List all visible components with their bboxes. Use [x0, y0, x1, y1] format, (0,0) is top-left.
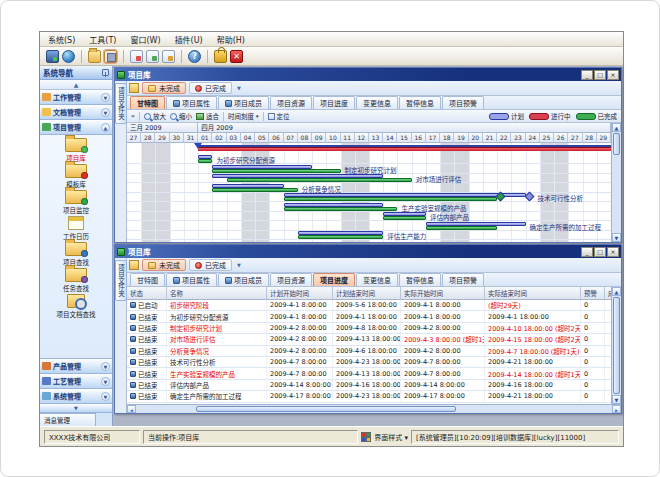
sidebar-item-项目查找[interactable]: 项目查找	[40, 242, 112, 267]
sidebar-group-工艺管理[interactable]: 工艺管理▼	[40, 374, 112, 389]
tab-甘特图[interactable]: 甘特图	[130, 273, 165, 286]
scroll-up-arrow-icon[interactable]: ▲	[612, 287, 621, 296]
locate-button[interactable]: 定位	[268, 111, 290, 121]
table-row[interactable]: 已结束制定初步研究计划2009-4-2 8:00:002009-4-8 18:0…	[127, 323, 611, 334]
workspace-icon[interactable]	[46, 50, 59, 63]
pin-icon[interactable]	[102, 69, 109, 76]
filter-tab-已完成[interactable]: 已完成	[189, 82, 232, 94]
tab-项目属性[interactable]: 项目属性	[166, 96, 217, 109]
menu-item-0[interactable]: 系统(S)	[48, 34, 75, 45]
tab-项目预警[interactable]: 项目预警	[442, 96, 484, 109]
column-header-实际结束时间[interactable]: 实际结束时间	[485, 287, 581, 300]
sidebar-overflow-chevron-icon[interactable]: ▼	[40, 404, 112, 413]
toolbar-overflow-button[interactable]: »	[131, 112, 135, 120]
tab-变更信息[interactable]: 变更信息	[356, 273, 398, 286]
sidebar-group-项目管理[interactable]: 项目管理▲	[40, 120, 112, 135]
task-done-bar[interactable]	[284, 197, 498, 201]
tab-暂停信息[interactable]: 暂停信息	[399, 273, 441, 286]
minimize-button[interactable]: _	[581, 70, 593, 80]
timescale-dropdown[interactable]: 时间刻度▾	[228, 111, 259, 121]
task-done-bar[interactable]	[212, 188, 297, 192]
zoom-out-button[interactable]: 缩小	[170, 111, 192, 121]
menu-item-2[interactable]: 窗口(W)	[130, 34, 160, 45]
table-row[interactable]: 已启动初步研究阶段2009-4-1 8:00:002009-5-6 18:00:…	[127, 300, 611, 311]
column-header-实际开始时间[interactable]: 实际开始时间	[401, 287, 485, 300]
project-folder-side-tab[interactable]: 项目文件夹	[115, 260, 127, 301]
menu-item-3[interactable]: 插件(U)	[175, 34, 203, 45]
fit-button[interactable]: 适合	[196, 111, 219, 121]
filter-tab-已完成[interactable]: 已完成	[189, 259, 232, 271]
tab-变更信息[interactable]: 变更信息	[356, 96, 398, 109]
close-button[interactable]: ×	[607, 247, 619, 257]
tab-项目资源[interactable]: 项目资源	[270, 273, 312, 286]
interface-style-dropdown[interactable]: 界面样式 ▾	[374, 432, 408, 442]
column-header-计划结束时间[interactable]: 计划结束时间	[333, 287, 401, 300]
window2-title-bar[interactable]: 项目库 _ □ ×	[115, 245, 621, 258]
project-folder-side-tab[interactable]: 项目文件夹	[115, 83, 127, 124]
globe-icon[interactable]	[62, 50, 75, 63]
tab-项目属性[interactable]: 项目属性	[166, 273, 217, 286]
sidebar-scroll-up-button[interactable]: ▲	[40, 80, 112, 90]
sidebar-item-项目文档查找[interactable]: 项目文档查找	[40, 294, 112, 319]
chevron-down-icon[interactable]: ▼	[101, 93, 110, 102]
folder-tree-icon[interactable]	[129, 83, 139, 93]
column-header-名称[interactable]: 名称	[167, 287, 267, 300]
lock-icon[interactable]	[214, 50, 227, 63]
task-done-bar[interactable]	[298, 235, 383, 239]
tab-项目预警[interactable]: 项目预警	[442, 273, 484, 286]
sidebar-item-模板库[interactable]: 模板库	[40, 164, 112, 189]
sidebar-item-任务查找[interactable]: 任务查找	[40, 268, 112, 293]
filter-overflow-chevron-icon[interactable]: ▼	[237, 262, 241, 268]
help-icon[interactable]: ?	[188, 50, 201, 63]
menu-item-4[interactable]: 帮助(H)	[217, 34, 245, 45]
task-done-bar[interactable]	[426, 226, 497, 230]
minimize-button[interactable]: _	[581, 247, 593, 257]
sidebar-item-项目库[interactable]: 项目库	[40, 138, 112, 163]
window1-title-bar[interactable]: 项目库 _ □ ×	[115, 68, 621, 81]
column-header-状态[interactable]: 状态	[127, 287, 167, 300]
exit-icon[interactable]: ✕	[230, 50, 243, 63]
chevron-down-icon[interactable]: ▼	[101, 108, 110, 117]
tab-项目进度[interactable]: 项目进度	[313, 96, 355, 109]
scroll-right-arrow-icon[interactable]: ▸	[612, 405, 621, 413]
task-plan-bar[interactable]	[284, 203, 384, 207]
scroll-up-arrow-icon[interactable]: ▲	[612, 123, 621, 132]
chevron-down-icon[interactable]: ▼	[101, 377, 110, 386]
sidebar-group-文档管理[interactable]: 文档管理▼	[40, 105, 112, 120]
zoom-in-button[interactable]: 放大	[144, 111, 166, 121]
sidebar-group-产品管理[interactable]: 产品管理▼	[40, 359, 112, 374]
table-row[interactable]: 已结束生产实验室规模的产品2009-4-7 8:00:002009-4-13 1…	[127, 368, 611, 379]
table-row[interactable]: 已结束技术可行性分析2009-4-7 8:00:002009-4-23 18:0…	[127, 357, 611, 368]
report-red-icon[interactable]	[130, 50, 143, 63]
column-header-预警[interactable]: 预警	[581, 287, 605, 300]
tab-项目成员[interactable]: 项目成员	[218, 273, 269, 286]
column-header-计划开始时间[interactable]: 计划开始时间	[267, 287, 333, 300]
table-row[interactable]: 已结束分析竞争情况2009-4-2 8:00:002009-4-6 18:00:…	[127, 346, 611, 357]
sidebar-item-工作日历[interactable]: 工作日历	[40, 216, 112, 241]
tab-项目进度[interactable]: 项目进度	[313, 273, 355, 286]
scroll-thumb[interactable]	[196, 406, 456, 412]
maximize-button[interactable]: □	[594, 247, 606, 257]
chevron-up-icon[interactable]: ▲	[101, 123, 110, 132]
gantt-chart[interactable]: 三月 2009四月 200927282930310102030405060708…	[127, 123, 611, 242]
scroll-thumb[interactable]	[613, 297, 620, 394]
gantt-vertical-scrollbar[interactable]: ▲ ▼	[611, 123, 621, 242]
menu-item-1[interactable]: 工具(T)	[89, 34, 116, 45]
scroll-left-arrow-icon[interactable]: ◂	[127, 405, 136, 413]
chevron-down-icon[interactable]: ▼	[101, 362, 110, 371]
close-button[interactable]: ×	[607, 70, 619, 80]
tab-项目成员[interactable]: 项目成员	[218, 96, 269, 109]
table-row[interactable]: 已结束对市场进行评估2009-4-2 8:00:002009-4-13 18:0…	[127, 334, 611, 345]
filter-tab-未完成[interactable]: 未完成	[142, 259, 186, 271]
folder-open-icon[interactable]	[88, 50, 101, 63]
table-row[interactable]: 已结束评估内部产品2009-4-14 8:00:002009-4-16 18:0…	[127, 380, 611, 391]
sidebar-group-系统管理[interactable]: 系统管理▼	[40, 389, 112, 404]
tab-项目资源[interactable]: 项目资源	[270, 96, 312, 109]
task-done-bar[interactable]	[212, 169, 340, 173]
maximize-button[interactable]: □	[594, 70, 606, 80]
sidebar-group-工作管理[interactable]: 工作管理▼	[40, 90, 112, 105]
filter-overflow-chevron-icon[interactable]: ▼	[237, 85, 241, 91]
task-done-bar[interactable]	[284, 207, 398, 211]
report-green-icon[interactable]	[146, 50, 159, 63]
scroll-down-arrow-icon[interactable]: ▼	[612, 395, 621, 404]
